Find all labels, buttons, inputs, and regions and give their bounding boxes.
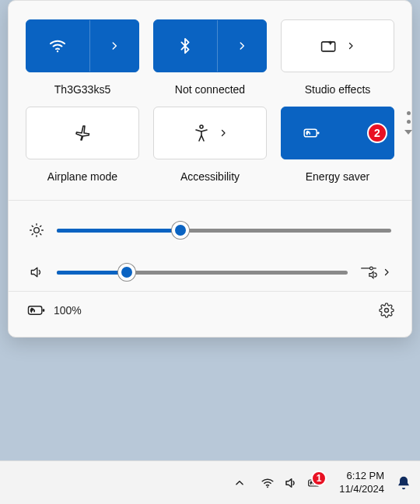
- volume-output-button[interactable]: [360, 264, 391, 280]
- chevron-right-icon: [236, 40, 247, 51]
- settings-button[interactable]: [379, 303, 394, 318]
- brightness-icon: [29, 222, 44, 238]
- svg-rect-21: [43, 309, 45, 311]
- brightness-slider[interactable]: [57, 229, 391, 233]
- tile-energy-saver[interactable]: 2: [281, 107, 394, 159]
- airplane-icon: [73, 124, 92, 142]
- audio-output-icon: [360, 264, 377, 280]
- tile-wifi[interactable]: [26, 19, 139, 72]
- tile-accessibility[interactable]: [153, 107, 267, 159]
- volume-icon: [283, 475, 299, 491]
- tile-wifi-label: Th3G33ks5: [54, 83, 110, 96]
- bluetooth-icon: [176, 37, 194, 55]
- tile-airplane-mode-label: Airplane mode: [47, 170, 117, 183]
- wifi-icon: [48, 37, 67, 55]
- volume-slider-thumb[interactable]: [118, 264, 135, 281]
- gear-icon: [379, 303, 394, 318]
- taskbar: 1 6:12 PM 11/4/2024: [0, 460, 420, 504]
- svg-line-12: [40, 234, 41, 235]
- volume-row: [29, 264, 391, 280]
- dot-icon: [407, 120, 411, 124]
- clock-date: 11/4/2024: [339, 483, 384, 495]
- quick-settings-panel: Th3G33ks5 Not connected: [8, 0, 412, 338]
- taskbar-clock[interactable]: 6:12 PM 11/4/2024: [339, 470, 384, 495]
- tile-group-bluetooth: Not connected: [153, 19, 267, 96]
- tile-wifi-expand[interactable]: [89, 20, 138, 72]
- tile-group-accessibility: Accessibility: [153, 107, 267, 183]
- tile-bluetooth-label: Not connected: [175, 83, 245, 96]
- sliders-section: [26, 201, 394, 291]
- tile-group-airplane-mode: Airplane mode: [26, 107, 139, 183]
- svg-rect-4: [317, 131, 319, 134]
- svg-marker-15: [31, 268, 37, 277]
- svg-point-0: [57, 51, 58, 52]
- overflow-indicator[interactable]: [404, 111, 413, 136]
- tray-network-volume-battery[interactable]: 1: [254, 472, 328, 494]
- battery-status[interactable]: 100%: [26, 303, 82, 317]
- svg-marker-5: [404, 130, 412, 135]
- tile-bluetooth-expand[interactable]: [217, 20, 266, 72]
- quick-settings-tiles: Th3G33ks5 Not connected: [26, 19, 394, 183]
- caret-down-icon: [404, 128, 413, 136]
- svg-line-11: [32, 226, 33, 226]
- tile-studio-effects-label: Studio effects: [305, 83, 371, 96]
- tile-airplane-mode[interactable]: [26, 107, 139, 159]
- battery-tray-icon: 1: [306, 475, 322, 491]
- svg-point-2: [200, 125, 203, 128]
- svg-point-23: [267, 486, 268, 488]
- svg-point-22: [385, 309, 389, 313]
- battery-badge: 1: [311, 471, 327, 486]
- svg-line-13: [32, 234, 33, 235]
- panel-footer: 100%: [9, 291, 411, 329]
- wifi-icon: [260, 475, 275, 491]
- tile-energy-saver-label: Energy saver: [306, 170, 369, 183]
- chevron-right-icon: [219, 128, 228, 138]
- bell-icon: [396, 475, 411, 491]
- chevron-right-icon: [382, 268, 391, 277]
- tile-group-energy-saver: 2 Energy saver: [281, 107, 394, 183]
- clock-time: 6:12 PM: [347, 470, 384, 482]
- svg-line-14: [40, 226, 41, 226]
- volume-icon: [29, 264, 44, 280]
- battery-leaf-icon: [26, 303, 46, 317]
- brightness-row: [29, 222, 391, 238]
- volume-slider[interactable]: [57, 271, 348, 275]
- battery-percent-text: 100%: [54, 304, 82, 317]
- chevron-right-icon: [109, 40, 120, 51]
- tray-overflow-button[interactable]: [232, 475, 247, 491]
- tile-group-wifi: Th3G33ks5: [26, 19, 139, 96]
- tile-accessibility-label: Accessibility: [180, 170, 240, 183]
- svg-marker-19: [369, 271, 373, 278]
- studio-effects-icon: [320, 37, 338, 55]
- energy-saver-badge: 2: [367, 123, 387, 143]
- energy-saver-icon: [302, 124, 320, 142]
- system-tray: 1 6:12 PM 11/4/2024: [232, 470, 412, 495]
- tile-bluetooth[interactable]: [153, 19, 267, 72]
- svg-point-6: [34, 228, 40, 233]
- chevron-right-icon: [346, 41, 355, 51]
- svg-rect-1: [322, 42, 335, 51]
- tile-group-studio-effects: Studio effects: [281, 19, 394, 96]
- notifications-button[interactable]: [395, 474, 412, 492]
- svg-point-17: [370, 267, 373, 270]
- accessibility-icon: [192, 124, 211, 142]
- svg-marker-24: [286, 478, 292, 487]
- chevron-up-icon: [234, 478, 245, 488]
- dot-icon: [407, 111, 411, 115]
- tile-studio-effects[interactable]: [281, 19, 394, 72]
- brightness-slider-thumb[interactable]: [172, 222, 189, 239]
